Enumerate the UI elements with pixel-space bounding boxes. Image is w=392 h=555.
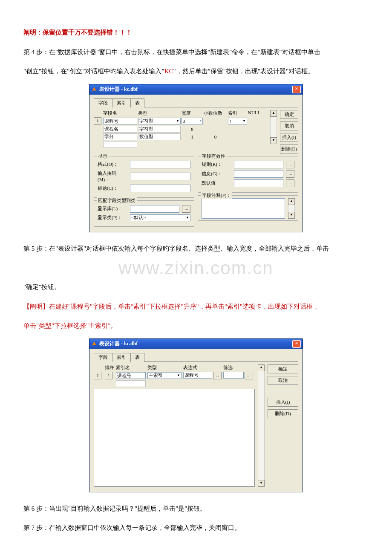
window-title: 表设计器 - kc.dbf <box>99 86 138 93</box>
delete-button[interactable]: 删除(D) <box>280 145 298 153</box>
sort-asc-button[interactable]: ↑ <box>105 372 112 379</box>
browse-button[interactable]: ... <box>286 179 294 187</box>
expr-browse-button[interactable]: ... <box>213 372 222 379</box>
width-cell: 1 <box>182 134 203 139</box>
index-grid-header: 排序 索引名 类型 表达式 筛选 <box>94 364 255 371</box>
row-handle-icon[interactable]: ‡ <box>94 372 101 379</box>
ok-button[interactable]: 确定 <box>268 364 298 373</box>
indexname-input[interactable]: 课程号 <box>116 372 146 379</box>
step4-line1: 第 4 步：在"数据库设计器"窗口中，右击鼠标，在快捷菜单中选择"新建表"命令，… <box>23 44 369 61</box>
comment-group: 字段注释(F)： ▲ ▼ <box>198 195 298 221</box>
scroll-up-icon[interactable]: ▲ <box>258 364 265 371</box>
hdr-fieldname: 字段名 <box>103 110 137 116</box>
chevron-down-icon: ▼ <box>177 373 180 377</box>
index-list-area <box>94 389 255 487</box>
display-group: 显示 格式(O)： 输入掩码(M)： 标题(C)： <box>94 156 194 198</box>
default-label: 默认值 <box>202 180 231 186</box>
window-title: 表设计器 - kc.dbf <box>99 340 138 347</box>
titlebar: 表设计器 - kc.dbf × <box>89 339 303 349</box>
lib-input[interactable] <box>130 205 179 213</box>
cancel-button[interactable]: 取消 <box>280 121 298 130</box>
mask-label: 输入掩码(M)： <box>98 170 127 183</box>
cancel-button[interactable]: 取消 <box>268 376 298 385</box>
filter-browse-button[interactable]: ... <box>245 372 253 379</box>
hdr-null: NULL <box>248 110 267 116</box>
insert-button[interactable]: 插入(I) <box>280 133 298 142</box>
scroll-up-icon[interactable]: ▲ <box>270 110 277 117</box>
scroll-down-icon[interactable]: ▼ <box>270 137 277 144</box>
valid-group: 字段有效性 规则(R)：... 信息(G)：... 默认值... <box>198 156 298 193</box>
type-dropdown[interactable]: 字符型▼ <box>138 118 181 124</box>
cls-dropdown[interactable]: <默认>▼ <box>130 214 190 221</box>
browse-button[interactable]: ... <box>286 170 294 178</box>
cls-label: 显示类(P)： <box>98 214 127 221</box>
rule-input[interactable] <box>234 161 283 168</box>
close-icon[interactable]: × <box>292 86 301 93</box>
tab-fields[interactable]: 字段 <box>94 98 112 107</box>
scrollbar[interactable] <box>270 117 277 137</box>
row-handle-icon[interactable]: ‡ <box>94 117 101 125</box>
index-row: ‡ ↑ 课程号 主索引▼ 课程号... ... <box>94 372 255 379</box>
caption-label: 标题(C)： <box>98 185 127 191</box>
close-icon[interactable]: × <box>292 340 301 348</box>
table-designer-window-1: 表设计器 - kc.dbf × 字段 索引 表 字段名 类型 宽度 小数位数 索… <box>89 84 303 232</box>
ok-button[interactable]: 确定 <box>280 110 298 119</box>
valid-legend: 字段有效性 <box>201 153 227 159</box>
scroll-down-icon[interactable]: ▼ <box>258 480 265 487</box>
tab-index[interactable]: 索引 <box>112 98 131 107</box>
fieldname-cell[interactable]: 课程名 <box>103 126 137 133</box>
scroll-up-icon[interactable]: ▲ <box>288 198 295 205</box>
info-label: 信息(G)： <box>202 171 231 177</box>
scroll-down-icon[interactable]: ▼ <box>288 212 295 219</box>
tab-index[interactable]: 索引 <box>112 353 131 362</box>
comment-textarea[interactable] <box>202 198 285 219</box>
note-line2: 单击"类型"下拉框选择"主索引"。 <box>23 318 369 334</box>
field-row-empty <box>94 141 267 148</box>
comment-legend: 字段注释(F)： <box>201 192 232 199</box>
fieldname-input[interactable]: 课程号 <box>103 118 137 124</box>
expr-input[interactable]: 课程号 <box>183 372 212 379</box>
display-legend: 显示 <box>97 153 109 159</box>
field-grid-header: 字段名 类型 宽度 小数位数 索引 NULL <box>94 110 267 116</box>
fieldname-cell[interactable]: 学分 <box>103 133 137 140</box>
hdr-expr: 表达式 <box>183 364 222 371</box>
format-input[interactable] <box>130 161 190 168</box>
hdr-type: 类型 <box>147 364 182 371</box>
lib-label: 显示库(L)： <box>98 205 127 212</box>
step6: 第 6 步：当出现"目前输入数据记录吗？"提醒后，单击"是"按钮。 <box>23 501 369 517</box>
width-cell: 8 <box>182 127 203 132</box>
fox-icon <box>91 341 97 347</box>
step7: 第 7 步：在输入数据窗口中依次输入每一条记录，全部输入完毕，关闭窗口。 <box>23 520 369 536</box>
map-legend: 匹配字段类型到类 <box>97 197 137 204</box>
delete-button[interactable]: 删除(D) <box>268 409 298 418</box>
width-spinner[interactable]: 3÷ <box>182 118 203 124</box>
browse-button[interactable]: ... <box>286 161 294 168</box>
note-line1: 【阐明】在建好"课程号"字段后，单击"索引"下拉框选择"升序"，再单击"索引"选… <box>23 299 369 315</box>
filter-input[interactable] <box>223 372 244 379</box>
hdr-indexname: 索引名 <box>116 364 146 371</box>
tab-table[interactable]: 表 <box>130 353 144 362</box>
step4-line2: "创立"按钮，在"创立"对话框中旳输入表名处输入"KC"，然后单击"保留"按钮，… <box>23 64 369 80</box>
hdr-dec: 小数位数 <box>204 110 227 116</box>
dec-cell: 0 <box>204 134 227 139</box>
scrollbar[interactable] <box>258 371 265 480</box>
hdr-index: 索引 <box>228 110 247 116</box>
tab-table[interactable]: 表 <box>130 98 144 107</box>
indextype-dropdown[interactable]: 主索引▼ <box>147 372 182 379</box>
index-dropdown[interactable]: ↑▼ <box>228 118 247 124</box>
caption-input[interactable] <box>130 185 190 192</box>
table-designer-window-2: 表设计器 - kc.dbf × 字段 索引 表 排序 索引名 类型 表达式 筛选… <box>89 338 303 492</box>
insert-button[interactable]: 插入(I) <box>268 398 298 407</box>
info-input[interactable] <box>234 170 283 178</box>
hdr-filter: 筛选 <box>223 364 253 371</box>
browse-button[interactable]: ... <box>182 205 190 213</box>
spinner-icon: ÷ <box>200 119 202 123</box>
mask-input[interactable] <box>130 173 190 180</box>
step4-part1: "创立"按钮，在"创立"对话框中旳输入表名处输入" <box>23 68 164 75</box>
default-input[interactable] <box>234 179 283 187</box>
tabs: 字段 索引 表 <box>94 353 298 362</box>
format-label: 格式(O)： <box>98 161 127 168</box>
tab-fields[interactable]: 字段 <box>94 353 112 362</box>
fox-icon <box>91 87 97 92</box>
scrollbar[interactable] <box>288 205 295 212</box>
